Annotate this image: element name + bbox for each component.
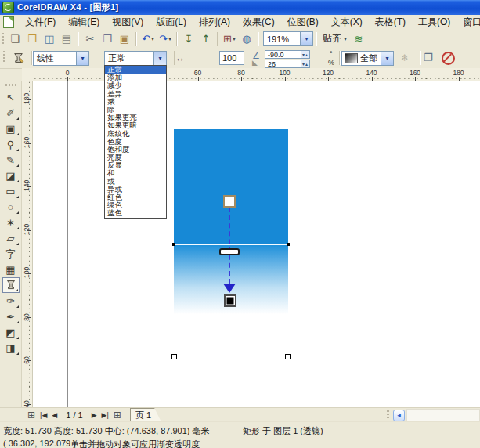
corel-online-button[interactable]: ◍: [238, 31, 255, 47]
options-button[interactable]: ≋: [350, 31, 367, 47]
menu-bitmaps[interactable]: 位图(B): [281, 14, 325, 31]
rectangle-tool[interactable]: ▭: [2, 183, 20, 199]
crop-tool[interactable]: ▣: [2, 121, 20, 136]
copy-button[interactable]: ❐: [99, 31, 116, 47]
flyout-indicator: [16, 352, 19, 355]
selection-handle[interactable]: [171, 354, 177, 359]
selection-handle[interactable]: [287, 243, 290, 246]
import-button[interactable]: ↧: [180, 31, 197, 47]
edge-pad-spinner[interactable]: ▾▴: [301, 60, 309, 67]
blue-rectangle-object[interactable]: [174, 129, 288, 244]
transparency-end-node[interactable]: [224, 294, 236, 307]
gradient-swatch-icon: [345, 53, 358, 63]
transparency-tool[interactable]: [2, 277, 20, 293]
snap-to-button[interactable]: 贴齐 ▾: [319, 32, 350, 45]
menu-arrange[interactable]: 排列(A): [193, 14, 236, 31]
toolbox-gripper[interactable]: [5, 84, 16, 86]
menu-text[interactable]: 文本(X): [325, 14, 369, 31]
transparency-midpoint-slider[interactable]: [219, 248, 240, 255]
menu-edit[interactable]: 编辑(E): [62, 14, 106, 31]
edge-pad-field[interactable]: 26 ▾▴: [265, 60, 310, 68]
ruler-tick: [27, 273, 31, 274]
export-button[interactable]: ↥: [197, 31, 215, 47]
save-button[interactable]: ◫: [41, 31, 58, 47]
transparency-target-combo[interactable]: 全部 ▾: [341, 51, 394, 66]
document-window-icon[interactable]: [3, 16, 14, 28]
interactive-fill-tool[interactable]: ◨: [2, 340, 20, 356]
menu-view[interactable]: 视图(V): [106, 14, 150, 31]
flyout-indicator: [16, 211, 19, 214]
fountain-type-combo[interactable]: 线性 ▾: [33, 51, 89, 66]
merge-mode-arrow-icon[interactable]: ▾: [153, 52, 166, 65]
print-button[interactable]: ▤: [58, 31, 75, 47]
redo-button-caret-icon[interactable]: ▾: [168, 35, 171, 42]
outline-tool[interactable]: ✒: [2, 309, 20, 324]
redo-button[interactable]: ↷▾: [157, 31, 174, 47]
opacity-value: 100: [222, 53, 236, 63]
edit-transparency-button[interactable]: [9, 50, 27, 66]
open-button[interactable]: ❒: [23, 31, 41, 47]
table-tool[interactable]: ▦: [2, 262, 20, 277]
first-page-button[interactable]: |◀: [38, 411, 49, 419]
target-arrow-icon[interactable]: ▾: [381, 52, 393, 65]
menu-layout[interactable]: 版面(L): [150, 14, 193, 31]
selection-handle[interactable]: [285, 354, 291, 359]
no-transparency-icon[interactable]: [442, 52, 455, 65]
drawing-canvas[interactable]: [33, 81, 480, 407]
menu-window[interactable]: 窗口(W): [457, 14, 480, 31]
add-page-button-right[interactable]: ⊞: [111, 410, 124, 421]
zoom-tool[interactable]: ⚲: [2, 136, 20, 152]
angle-field[interactable]: -90.0 ▾▴: [265, 50, 310, 59]
cut-button[interactable]: ✂: [81, 31, 99, 47]
add-page-button-left[interactable]: ⊞: [25, 410, 38, 421]
application-launcher-button-caret-icon[interactable]: ▾: [233, 35, 236, 42]
horizontal-scrollbar-track[interactable]: [406, 409, 480, 421]
transparency-start-node[interactable]: [223, 195, 236, 208]
zoom-combo-arrow-icon[interactable]: ▾: [300, 32, 312, 45]
scroll-left-button[interactable]: ◂: [393, 410, 405, 421]
menu-file[interactable]: 文件(F): [19, 14, 62, 31]
eyedropper-tool[interactable]: ✑: [2, 293, 20, 309]
smart-fill-tool[interactable]: ◪: [2, 168, 20, 183]
basic-shapes-tool[interactable]: ▱: [2, 230, 20, 246]
undo-button-caret-icon[interactable]: ▾: [151, 35, 154, 42]
ellipse-tool[interactable]: ○: [2, 199, 20, 215]
merge-mode-option[interactable]: 蓝色: [105, 209, 166, 217]
menu-tools[interactable]: 工具(O): [412, 14, 457, 31]
ruler-origin-corner[interactable]: [22, 68, 34, 82]
text-tool[interactable]: 字: [2, 246, 20, 262]
merge-mode-combo[interactable]: 正常 ▾: [104, 51, 167, 66]
polygon-tool[interactable]: ✶: [2, 215, 20, 230]
menu-effects[interactable]: 效果(C): [236, 14, 281, 31]
prev-page-button[interactable]: ◀: [49, 411, 60, 419]
last-page-button[interactable]: ▶|: [99, 411, 111, 419]
next-page-button[interactable]: ▶: [89, 411, 99, 419]
zoom-level-combo[interactable]: 191% ▾: [263, 31, 313, 46]
vertical-ruler[interactable]: 180160140120100806040: [22, 81, 33, 407]
selection-handle[interactable]: [172, 243, 175, 246]
title-bar[interactable]: CorelDRAW X4 - [图形1]: [0, 0, 480, 15]
fountain-type-arrow-icon[interactable]: ▾: [76, 52, 88, 65]
new-document-button[interactable]: ❏: [6, 31, 23, 47]
opacity-field[interactable]: 100: [219, 51, 244, 65]
freeze-transparency-icon[interactable]: ❄: [401, 52, 409, 63]
paste-button[interactable]: ▣: [116, 31, 133, 47]
pick-tool[interactable]: ↖: [2, 89, 20, 105]
shape-tool[interactable]: ✐: [2, 105, 20, 121]
object-size-info: 宽度: 51.730 高度: 51.730 中心: (74.638, 87.90…: [3, 425, 210, 437]
copy-transparency-icon[interactable]: ❐: [424, 52, 433, 63]
undo-button[interactable]: ↶▾: [139, 31, 157, 47]
separator: [420, 51, 421, 65]
page-tab[interactable]: 页 1: [130, 408, 161, 422]
angle-spinner[interactable]: ▾▴: [301, 51, 309, 58]
merge-mode-option[interactable]: 如果更暗: [105, 121, 166, 129]
fill-tool[interactable]: ◩: [2, 324, 20, 340]
application-launcher-button[interactable]: ⊞▾: [221, 31, 238, 47]
toolbar-gripper[interactable]: [2, 33, 4, 45]
freehand-tool[interactable]: ✎: [2, 152, 20, 168]
property-bar-gripper[interactable]: [3, 51, 5, 63]
menu-table[interactable]: 表格(T): [369, 14, 412, 31]
scrollbar-gripper[interactable]: [387, 410, 389, 420]
horizontal-ruler[interactable]: 020406080100120140160180: [33, 68, 480, 82]
smart-fill-tool-icon: ◪: [5, 171, 15, 181]
